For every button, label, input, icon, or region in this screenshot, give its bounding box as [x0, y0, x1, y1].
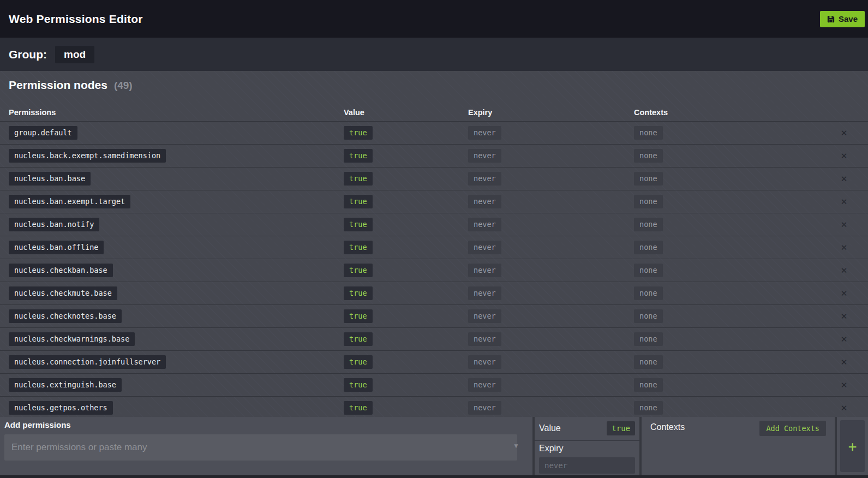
- permission-node[interactable]: nucleus.checkmute.base: [9, 286, 117, 301]
- value-badge[interactable]: true: [344, 332, 373, 346]
- expiry-badge[interactable]: never: [468, 309, 501, 324]
- permission-node[interactable]: nucleus.ban.base: [9, 172, 91, 186]
- value-badge[interactable]: true: [344, 126, 373, 140]
- remove-node-icon[interactable]: ✕: [841, 243, 848, 253]
- contexts-badge[interactable]: none: [634, 378, 663, 392]
- contexts-badge[interactable]: none: [634, 195, 663, 209]
- add-node-panel: +: [837, 417, 868, 475]
- permission-node[interactable]: nucleus.checknotes.base: [9, 309, 122, 324]
- expiry-badge[interactable]: never: [468, 378, 501, 392]
- contexts-badge[interactable]: none: [634, 401, 663, 415]
- contexts-badge[interactable]: none: [634, 355, 663, 369]
- permission-node[interactable]: nucleus.ban.notify: [9, 218, 99, 232]
- add-permissions-bar: Add permissions ▼ Value true Expiry Cont…: [0, 417, 868, 478]
- section-head: Permission nodes (49): [0, 71, 868, 92]
- contexts-badge[interactable]: none: [634, 218, 663, 232]
- add-permissions-title: Add permissions: [4, 420, 528, 429]
- group-bar: Group: mod: [0, 38, 868, 71]
- expiry-badge[interactable]: never: [468, 264, 501, 278]
- group-name-badge: mod: [55, 46, 94, 63]
- table-header: Permissions Value Expiry Contexts: [0, 103, 868, 121]
- add-node-button[interactable]: +: [840, 420, 865, 472]
- remove-node-icon[interactable]: ✕: [841, 174, 848, 184]
- remove-node-icon[interactable]: ✕: [841, 403, 848, 413]
- app-header: Web Permissions Editor Save: [0, 0, 868, 38]
- permission-node[interactable]: nucleus.back.exempt.samedimension: [9, 149, 166, 163]
- add-contexts-button[interactable]: Add Contexts: [759, 421, 826, 436]
- expiry-badge[interactable]: never: [468, 172, 501, 186]
- remove-node-icon[interactable]: ✕: [841, 312, 848, 321]
- value-badge[interactable]: true: [344, 378, 373, 392]
- remove-node-icon[interactable]: ✕: [841, 220, 848, 230]
- remove-node-icon[interactable]: ✕: [841, 380, 848, 390]
- page-title: Web Permissions Editor: [9, 13, 143, 26]
- expiry-badge[interactable]: never: [468, 218, 501, 232]
- value-badge[interactable]: true: [344, 309, 373, 324]
- permission-node[interactable]: nucleus.checkwarnings.base: [9, 332, 135, 346]
- expiry-badge[interactable]: never: [468, 149, 501, 163]
- permission-node[interactable]: nucleus.ban.offline: [9, 241, 104, 255]
- expiry-input[interactable]: [539, 457, 635, 474]
- value-expiry-panel: Value true Expiry: [535, 417, 639, 475]
- chevron-down-icon[interactable]: ▼: [513, 442, 519, 450]
- expiry-badge[interactable]: never: [468, 126, 501, 140]
- save-button[interactable]: Save: [820, 11, 865, 27]
- remove-node-icon[interactable]: ✕: [841, 289, 848, 298]
- contexts-badge[interactable]: none: [634, 332, 663, 346]
- add-panels: Add permissions ▼ Value true Expiry Cont…: [0, 417, 868, 475]
- value-badge[interactable]: true: [344, 286, 373, 301]
- remove-node-icon[interactable]: ✕: [841, 128, 848, 138]
- table-row: nucleus.ban.exempt.target true never non…: [0, 190, 868, 213]
- value-badge[interactable]: true: [344, 401, 373, 415]
- permission-node[interactable]: nucleus.connection.joinfullserver: [9, 355, 166, 369]
- contexts-badge[interactable]: none: [634, 309, 663, 324]
- expiry-badge[interactable]: never: [468, 241, 501, 255]
- permission-node[interactable]: nucleus.checkban.base: [9, 264, 113, 278]
- expiry-badge[interactable]: never: [468, 286, 501, 301]
- bottom-strip: [0, 475, 868, 478]
- expiry-badge[interactable]: never: [468, 355, 501, 369]
- contexts-badge[interactable]: none: [634, 264, 663, 278]
- expiry-badge[interactable]: never: [468, 195, 501, 209]
- value-badge[interactable]: true: [344, 218, 373, 232]
- value-badge[interactable]: true: [344, 264, 373, 278]
- remove-node-icon[interactable]: ✕: [841, 357, 848, 367]
- table-row: nucleus.checknotes.base true never none …: [0, 304, 868, 327]
- permission-node[interactable]: nucleus.ban.exempt.target: [9, 195, 130, 209]
- contexts-badge[interactable]: none: [634, 149, 663, 163]
- value-badge[interactable]: true: [344, 241, 373, 255]
- remove-node-icon[interactable]: ✕: [841, 266, 848, 276]
- section-title: Permission nodes: [9, 79, 107, 92]
- add-permissions-input[interactable]: [4, 434, 517, 461]
- expiry-row: Expiry: [535, 441, 639, 475]
- expiry-label: Expiry: [539, 444, 563, 453]
- expiry-badge[interactable]: never: [468, 401, 501, 415]
- table-body: group.default true never none ✕ nucleus.…: [0, 121, 868, 419]
- table-row: nucleus.checkwarnings.base true never no…: [0, 327, 868, 350]
- value-badge[interactable]: true: [344, 195, 373, 209]
- col-header-permissions: Permissions: [9, 108, 344, 117]
- value-badge[interactable]: true: [344, 172, 373, 186]
- add-permissions-panel: Add permissions ▼: [0, 417, 532, 475]
- save-icon: [827, 15, 835, 23]
- remove-node-icon[interactable]: ✕: [841, 151, 848, 161]
- value-label: Value: [539, 423, 561, 433]
- value-toggle[interactable]: true: [607, 421, 635, 435]
- permission-node[interactable]: nucleus.extinguish.base: [9, 378, 122, 392]
- permission-node[interactable]: nucleus.getpos.others: [9, 401, 113, 415]
- value-badge[interactable]: true: [344, 149, 373, 163]
- table-row: nucleus.extinguish.base true never none …: [0, 373, 868, 396]
- add-permissions-input-wrap: ▼: [4, 434, 528, 461]
- col-header-contexts: Contexts: [634, 108, 829, 117]
- permission-node[interactable]: group.default: [9, 126, 77, 140]
- contexts-badge[interactable]: none: [634, 241, 663, 255]
- save-button-label: Save: [839, 14, 858, 23]
- expiry-badge[interactable]: never: [468, 332, 501, 346]
- value-badge[interactable]: true: [344, 355, 373, 369]
- remove-node-icon[interactable]: ✕: [841, 334, 848, 344]
- remove-node-icon[interactable]: ✕: [841, 197, 848, 207]
- value-row: Value true: [535, 417, 639, 441]
- contexts-badge[interactable]: none: [634, 172, 663, 186]
- contexts-badge[interactable]: none: [634, 286, 663, 301]
- contexts-badge[interactable]: none: [634, 126, 663, 140]
